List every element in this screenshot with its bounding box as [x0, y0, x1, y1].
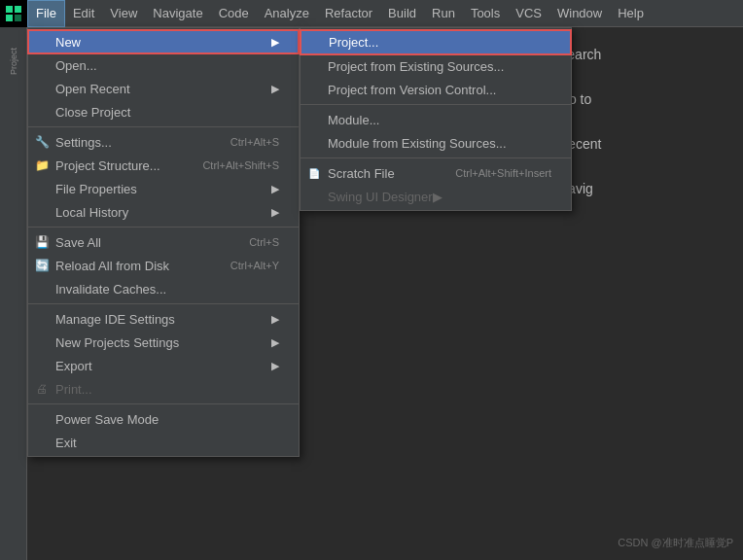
menu-item-new-projects[interactable]: New Projects Settings ▶ — [28, 331, 299, 354]
svg-rect-2 — [6, 15, 13, 21]
submenu-item-project-existing-label: Project from Existing Sources... — [328, 59, 504, 74]
reload-shortcut: Ctrl+Alt+Y — [211, 260, 279, 271]
menu-item-reload[interactable]: 🔄 Reload All from Disk Ctrl+Alt+Y — [28, 254, 299, 277]
menu-item-settings-label: Settings... — [55, 135, 112, 150]
separator-4 — [28, 403, 299, 404]
menubar-refactor[interactable]: Refactor — [317, 0, 380, 27]
scratch-icon: 📄 — [306, 165, 322, 181]
submenu-item-module-label: Module... — [328, 113, 379, 127]
menu-item-close-project[interactable]: Close Project — [28, 100, 299, 123]
menu-item-file-properties[interactable]: File Properties ▶ — [28, 177, 299, 200]
submenu-arrow-manage-ide: ▶ — [271, 313, 279, 326]
separator-1 — [28, 126, 299, 127]
submenu-item-project[interactable]: Project... — [301, 30, 571, 54]
svg-rect-1 — [15, 6, 21, 13]
menu-item-invalidate-label: Invalidate Caches... — [55, 282, 166, 297]
submenu-item-module[interactable]: Module... — [301, 108, 571, 131]
scratch-shortcut: Ctrl+Alt+Shift+Insert — [436, 167, 551, 179]
menu-item-new-projects-label: New Projects Settings — [55, 335, 179, 350]
submenu-arrow-file-properties: ▶ — [271, 183, 279, 195]
submenu-arrow-recent: ▶ — [271, 83, 279, 95]
submenu-arrow-new: ▶ — [271, 36, 279, 49]
menubar-edit[interactable]: Edit — [65, 0, 102, 27]
submenu-item-project-label: Project... — [329, 35, 378, 50]
side-toolbar: Project — [0, 27, 27, 560]
submenu-item-project-vcs[interactable]: Project from Version Control... — [301, 78, 571, 101]
svg-rect-3 — [15, 15, 21, 21]
menu-item-export-label: Export — [55, 359, 92, 373]
right-panel-goto: Go to — [558, 91, 733, 107]
submenu-arrow-local-history: ▶ — [271, 206, 279, 219]
menu-item-print[interactable]: 🖨 Print... — [28, 377, 299, 401]
file-dropdown-menu: New ▶ Open... Open Recent ▶ Close Projec… — [27, 27, 300, 457]
menu-item-settings[interactable]: 🔧 Settings... Ctrl+Alt+S — [28, 130, 299, 154]
submenu-item-project-vcs-label: Project from Version Control... — [328, 83, 496, 97]
menubar-run[interactable]: Run — [424, 0, 463, 27]
submenu-item-module-existing-label: Module from Existing Sources... — [328, 136, 507, 151]
submenu-arrow-new-projects: ▶ — [271, 336, 279, 349]
menu-item-new[interactable]: New ▶ — [28, 30, 299, 53]
submenu-arrow-swing: ▶ — [433, 190, 442, 204]
dropdown-overlay: New ▶ Open... Open Recent ▶ Close Projec… — [27, 27, 300, 457]
menu-item-reload-label: Reload All from Disk — [55, 259, 169, 273]
menubar-tools[interactable]: Tools — [463, 0, 508, 27]
submenu-separator-2 — [301, 158, 571, 158]
menu-item-manage-ide-label: Manage IDE Settings — [55, 312, 175, 327]
app-logo — [0, 0, 27, 27]
menu-item-power-save[interactable]: Power Save Mode — [28, 407, 299, 431]
menu-item-manage-ide[interactable]: Manage IDE Settings ▶ — [28, 307, 299, 331]
menu-item-open-recent[interactable]: Open Recent ▶ — [28, 77, 299, 100]
project-structure-icon: 📁 — [34, 158, 50, 173]
submenu-separator-1 — [301, 104, 571, 105]
menu-item-invalidate[interactable]: Invalidate Caches... — [28, 277, 299, 300]
menubar-view[interactable]: View — [102, 0, 145, 27]
submenu-item-module-existing[interactable]: Module from Existing Sources... — [301, 131, 571, 155]
settings-shortcut: Ctrl+Alt+S — [211, 136, 279, 148]
menu-item-power-save-label: Power Save Mode — [55, 412, 159, 427]
reload-icon: 🔄 — [34, 258, 50, 273]
menu-item-project-structure-label: Project Structure... — [55, 158, 160, 173]
submenu-item-swing-label: Swing UI Designer — [328, 190, 433, 204]
right-panel: Search Go to Recent Navig — [548, 27, 743, 560]
watermark: CSDN @准时准点睡觉P — [618, 536, 733, 550]
print-icon: 🖨 — [34, 381, 50, 397]
new-submenu: Project... Project from Existing Sources… — [300, 27, 572, 211]
menubar-vcs[interactable]: VCS — [508, 0, 549, 27]
menu-item-exit[interactable]: Exit — [28, 431, 299, 454]
sidebar-item-project[interactable]: Project — [1, 32, 26, 90]
menubar-file[interactable]: File — [27, 0, 65, 27]
menu-item-exit-label: Exit — [55, 436, 77, 450]
menu-item-open[interactable]: Open... — [28, 53, 299, 77]
menu-item-file-properties-label: File Properties — [55, 182, 137, 196]
menu-item-close-project-label: Close Project — [55, 105, 130, 120]
menubar-window[interactable]: Window — [549, 0, 610, 27]
menubar-analyze[interactable]: Analyze — [257, 0, 317, 27]
right-panel-navig: Navig — [558, 181, 733, 196]
menu-item-local-history-label: Local History — [55, 205, 128, 220]
submenu-item-scratch[interactable]: 📄 Scratch File Ctrl+Alt+Shift+Insert — [301, 161, 571, 185]
menu-item-local-history[interactable]: Local History ▶ — [28, 200, 299, 224]
submenu-item-swing: Swing UI Designer ▶ — [301, 185, 571, 208]
menu-item-open-recent-label: Open Recent — [55, 82, 130, 96]
menubar: File Edit View Navigate Code Analyze Ref… — [0, 0, 743, 27]
submenu-item-scratch-label: Scratch File — [328, 166, 395, 181]
menu-item-save-all-label: Save All — [55, 235, 101, 250]
menubar-build[interactable]: Build — [380, 0, 424, 27]
right-panel-search: Search — [558, 47, 733, 62]
submenu-item-project-existing[interactable]: Project from Existing Sources... — [301, 54, 571, 78]
menu-item-save-all[interactable]: 💾 Save All Ctrl+S — [28, 230, 299, 254]
submenu-arrow-export: ▶ — [271, 360, 279, 372]
separator-3 — [28, 303, 299, 304]
right-panel-recent: Recent — [558, 136, 733, 152]
menu-item-print-label: Print... — [55, 382, 92, 397]
settings-icon: 🔧 — [34, 134, 50, 150]
menubar-help[interactable]: Help — [610, 0, 652, 27]
save-all-shortcut: Ctrl+S — [230, 236, 279, 248]
menu-item-new-label: New — [55, 35, 81, 50]
menubar-code[interactable]: Code — [211, 0, 257, 27]
menu-item-open-label: Open... — [55, 58, 97, 73]
menubar-navigate[interactable]: Navigate — [145, 0, 210, 27]
separator-2 — [28, 227, 299, 228]
menu-item-export[interactable]: Export ▶ — [28, 354, 299, 377]
menu-item-project-structure[interactable]: 📁 Project Structure... Ctrl+Alt+Shift+S — [28, 154, 299, 177]
